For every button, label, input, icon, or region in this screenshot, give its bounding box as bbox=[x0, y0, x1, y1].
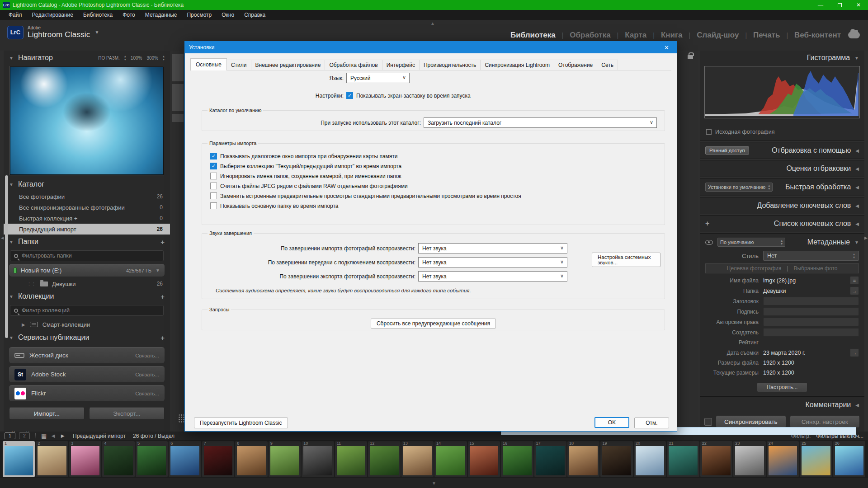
thumbnail-cell[interactable]: 26 bbox=[833, 441, 865, 477]
module-Веб-контент[interactable]: Веб-контент bbox=[794, 31, 841, 40]
tab-Синхронизация Lightroom[interactable]: Синхронизация Lightroom bbox=[480, 60, 554, 70]
zoom-spinner-icon[interactable]: ▴▾ bbox=[163, 55, 165, 61]
histogram-tick[interactable]: – bbox=[710, 121, 712, 126]
import-option-checkbox[interactable] bbox=[210, 202, 217, 209]
minimize-button[interactable]: — bbox=[811, 0, 830, 10]
ratings-panel-header[interactable]: Оценки отбраковки ◀ bbox=[700, 161, 864, 176]
thumbnail-cell[interactable]: 11 bbox=[335, 441, 367, 477]
import-option-checkbox[interactable] bbox=[210, 192, 217, 199]
add-folder-button[interactable]: + bbox=[160, 238, 165, 246]
keyword-list-panel-header[interactable]: + Список ключевых слов ◀ bbox=[700, 216, 864, 231]
cloud-sync-icon[interactable] bbox=[848, 32, 860, 38]
expand-triangle-icon[interactable]: ▶ bbox=[22, 322, 25, 327]
language-dropdown[interactable]: Русский bbox=[346, 73, 410, 83]
back-arrow-icon[interactable]: ◄ bbox=[50, 432, 56, 439]
collection-filter-input[interactable]: Фильтр коллекций bbox=[10, 305, 164, 316]
thumbnail-cell[interactable]: 12 bbox=[368, 441, 400, 477]
publish-connect-link[interactable]: Связать... bbox=[135, 372, 159, 377]
histogram-chart[interactable] bbox=[704, 66, 860, 118]
identity-caret-icon[interactable]: ▼ bbox=[95, 30, 99, 35]
thumbnail-cell[interactable]: 25 bbox=[800, 441, 832, 477]
close-button[interactable]: ✕ bbox=[849, 0, 868, 10]
import-option-checkbox[interactable]: ✓ bbox=[210, 153, 217, 160]
sync-settings-button[interactable]: Синхр. настроек bbox=[790, 416, 860, 428]
catalog-item[interactable]: Предыдущий импорт26 bbox=[4, 224, 170, 235]
catalog-item[interactable]: Все фотографии26 bbox=[4, 191, 170, 202]
culling-panel-header[interactable]: Ранний доступ Отбраковка с помощью ◀ bbox=[700, 143, 864, 158]
folders-header[interactable]: ▼ Папки + bbox=[4, 235, 170, 249]
volume-collapse-icon[interactable]: ▼ bbox=[156, 268, 160, 273]
metadata-field-input[interactable] bbox=[763, 307, 859, 316]
menu-Просмотр[interactable]: Просмотр bbox=[182, 12, 217, 18]
restart-lightroom-button[interactable]: Перезапустить Lightroom Classic bbox=[194, 418, 288, 428]
customize-metadata-button[interactable]: Настроить... bbox=[757, 382, 807, 392]
tab-Отображение[interactable]: Отображение bbox=[554, 60, 597, 70]
metadata-field-value[interactable]: 1920 x 1200 bbox=[763, 360, 859, 366]
collapse-bottom-panel-arrow[interactable]: ▼ bbox=[432, 481, 436, 486]
import-button[interactable]: Импорт... bbox=[9, 408, 85, 420]
synchronize-button[interactable]: Синхронизировать bbox=[716, 416, 786, 428]
folder-filter-input[interactable]: Фильтровать папки bbox=[10, 250, 164, 261]
thumbnail-cell[interactable]: 16 bbox=[501, 441, 533, 477]
thumbnail-cell[interactable]: 20 bbox=[634, 441, 666, 477]
import-option-checkbox[interactable] bbox=[210, 183, 217, 189]
sound-dropdown[interactable]: Нет звука bbox=[418, 257, 567, 267]
thumbnail-cell[interactable]: 7 bbox=[202, 441, 234, 477]
volume-row[interactable]: Новый том (E:) 425/567 ГБ ▼ bbox=[9, 264, 165, 277]
original-photo-checkbox[interactable] bbox=[706, 129, 712, 135]
module-Слайд-шоу[interactable]: Слайд-шоу bbox=[697, 31, 739, 40]
startup-catalog-dropdown[interactable]: Загрузить последний каталог bbox=[424, 117, 657, 128]
tab-Стили[interactable]: Стили bbox=[226, 60, 251, 70]
module-Обработка[interactable]: Обработка bbox=[570, 31, 610, 40]
filmstrip-source-label[interactable]: Предыдущий импорт bbox=[73, 433, 126, 439]
zoom-fit-option[interactable]: ПО РАЗМ. bbox=[98, 56, 119, 61]
collapse-top-panel-arrow[interactable]: ▲ bbox=[430, 21, 435, 26]
thumbnail-cell[interactable]: 15 bbox=[468, 441, 500, 477]
zoom-300-option[interactable]: 300% bbox=[146, 56, 158, 61]
tab-Сеть[interactable]: Сеть bbox=[597, 60, 618, 70]
publish-service-flickr[interactable]: FlickrСвязать... bbox=[9, 385, 165, 401]
publish-services-header[interactable]: ▼ Сервисы публикации + bbox=[4, 330, 170, 344]
catalog-header[interactable]: ▼ Каталог bbox=[4, 179, 170, 191]
style-dropdown[interactable]: Нет ▴▾ bbox=[763, 251, 859, 261]
thumbnail-cell[interactable]: 18 bbox=[567, 441, 599, 477]
thumbnail-cell[interactable]: 23 bbox=[733, 441, 765, 477]
dialog-close-button[interactable]: ✕ bbox=[656, 42, 677, 53]
metadata-field-value[interactable]: imgx (28).jpg bbox=[763, 277, 847, 284]
zoom-fit-spinner-icon[interactable]: ▴▾ bbox=[124, 55, 126, 61]
tab-Обработка файлов[interactable]: Обработка файлов bbox=[325, 60, 382, 70]
publish-connect-link[interactable]: Связать... bbox=[135, 391, 159, 396]
metadata-field-input[interactable] bbox=[763, 318, 859, 326]
eye-icon[interactable] bbox=[705, 240, 713, 245]
metadata-preset-dropdown[interactable]: По умолчанию ▴▾ bbox=[717, 238, 785, 247]
publish-connect-link[interactable]: Связать... bbox=[135, 353, 159, 358]
metadata-field-value[interactable]: 23 марта 2020 г. bbox=[763, 350, 847, 356]
grid-view-icon[interactable]: ▦ bbox=[41, 432, 47, 439]
catalog-item[interactable]: Все синхронизированные фотографии0 bbox=[4, 202, 170, 213]
thumbnail-cell[interactable]: 4 bbox=[102, 441, 134, 477]
second-window-button[interactable]: 2 bbox=[19, 432, 30, 439]
thumbnail-cell[interactable]: 10 bbox=[302, 441, 334, 477]
splash-screen-checkbox[interactable]: ✓ bbox=[346, 92, 353, 99]
keywording-panel-header[interactable]: Добавление ключевых слов ◀ bbox=[700, 198, 864, 213]
tab-Внешнее редактирование[interactable]: Внешнее редактирование bbox=[251, 60, 326, 70]
metadata-field-value[interactable]: Девушки bbox=[763, 288, 847, 294]
go-to-arrow-button[interactable]: → bbox=[850, 286, 859, 295]
module-Печать[interactable]: Печать bbox=[753, 31, 780, 40]
add-publish-service-button[interactable]: + bbox=[160, 334, 165, 342]
add-collection-button[interactable]: + bbox=[160, 293, 165, 300]
metadata-field-input[interactable] bbox=[763, 297, 859, 305]
zoom-100-option[interactable]: 100% bbox=[131, 56, 142, 61]
target-photo-tab[interactable]: Целевая фотография bbox=[727, 265, 782, 272]
collections-header[interactable]: ▼ Коллекции + bbox=[4, 289, 170, 303]
thumbnail-cell[interactable]: 17 bbox=[534, 441, 566, 477]
menu-Редактирование[interactable]: Редактирование bbox=[27, 12, 78, 18]
menu-Библиотека[interactable]: Библиотека bbox=[78, 12, 118, 18]
thumbnail-cell[interactable]: 21 bbox=[667, 441, 699, 477]
metadata-field-value[interactable]: 1920 x 1200 bbox=[763, 370, 859, 376]
thumbnail-cell[interactable]: 3 bbox=[69, 441, 101, 477]
publish-service-hard-drive[interactable]: Жесткий дискСвязать... bbox=[9, 347, 165, 363]
selected-photos-tab[interactable]: Выбранные фото bbox=[793, 265, 837, 272]
list-action-button[interactable]: ≡ bbox=[850, 276, 859, 285]
catalog-item[interactable]: Быстрая коллекция +0 bbox=[4, 213, 170, 224]
